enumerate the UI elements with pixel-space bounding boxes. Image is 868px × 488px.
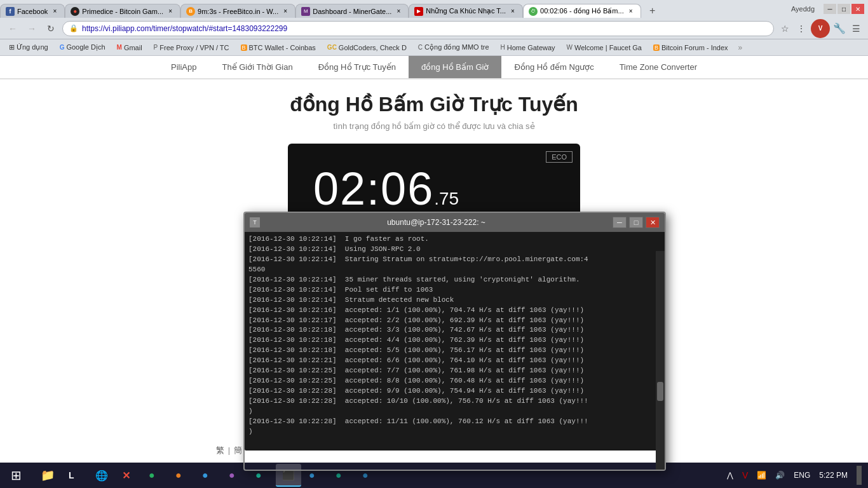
start-button[interactable]: ⊞ [0,463,32,488]
l-app-icon: L [69,470,74,480]
tab-close-facebook[interactable]: × [50,7,59,16]
tray-volume[interactable]: 🔊 [773,470,787,481]
bookmark-goldcoders[interactable]: GC GoldCoders, Check D [323,43,410,53]
tab-primedice[interactable]: ● Primedice - Bitcoin Gam... × [65,4,180,18]
system-clock[interactable]: 5:22 PM [817,470,850,481]
terminal-maximize-button[interactable]: □ [629,217,643,228]
minimize-button[interactable]: ─ [824,4,836,14]
url-bar[interactable]: 🔒 https://vi.piliapp.com/timer/stopwatch… [62,21,774,36]
terminal-scrollbar[interactable] [656,251,665,470]
volume-icon: 🔊 [775,471,785,480]
bookmark-apps[interactable]: ⊞ Ứng dụng [5,42,52,53]
system-tray: ⋀ V 📶 🔊 ENG 5:22 PM [718,466,868,485]
bookmark-faucet[interactable]: W Welcome | Faucet Ga [563,43,646,53]
taskbar-x-app[interactable]: ✕ [116,464,141,487]
terminal-content-area: [2016-12-30 10:22:14] I go faster as roo… [245,232,665,470]
scrollbar-track [657,251,663,470]
nav-piliapp[interactable]: PiliApp [158,56,209,78]
page-subtitle: tình trạng đồng hồ bấm giờ có thể được l… [0,121,868,131]
nav-dong-ho-truc-tuyen[interactable]: Đồng Hồ Trực Tuyến [306,56,409,78]
terminal-body[interactable]: [2016-12-30 10:22:14] I go faster as roo… [245,232,665,451]
tab-minergate[interactable]: M Dashboard - MinerGate... × [295,4,409,18]
tray-chevron[interactable]: ⋀ [724,470,736,481]
show-desktop-button[interactable] [857,466,862,485]
taskbar-circle3[interactable]: ● [196,464,221,487]
tab-title-timer: 00:02:06 - đồng Hồ Bấm... [540,7,624,15]
terminal-line: ) [248,407,661,417]
primedice-favicon: ● [71,7,79,16]
terminal-line: [2016-12-30 10:22:14] 35 miner threads s… [248,275,661,285]
bitcoin-favicon: B [186,7,195,16]
taskbar-browser[interactable]: 🌐 [89,464,114,487]
bookmark-bitcoin-forum[interactable]: B Bitcoin Forum - Index [649,43,732,53]
tab-facebook[interactable]: f Facebook × [0,4,65,18]
taskbar-l-app[interactable]: L [62,464,88,487]
nav-dong-ho-bam-gio[interactable]: đồng Hồ Bấm Giờ [409,56,501,78]
taskbar-circle1[interactable]: ● [142,464,168,487]
network-icon: 📶 [757,471,766,480]
tab-youtube[interactable]: ▶ Những Ca Khúc Nhạc T... × [409,4,523,18]
timer-favicon: ⏱ [529,7,538,16]
btcforum-icon: B [653,44,660,51]
forward-button[interactable]: → [24,21,39,36]
eco-badge: ECO [546,151,573,163]
user-avatar[interactable]: V [811,19,830,38]
settings-icon[interactable]: ⋮ [794,22,808,36]
terminal-line: [2016-12-30 10:22:28] accepted: 11/11 (1… [248,417,661,427]
chinese-trad[interactable]: 繁 [216,445,224,455]
reload-button[interactable]: ↻ [43,21,58,36]
tab-close-minergate[interactable]: × [394,7,403,16]
tab-close-primedice[interactable]: × [166,7,175,16]
tray-network[interactable]: 📶 [754,470,769,481]
terminal-window: T ubuntu@ip-172-31-23-222: ~ ─ □ ✕ [2016… [243,212,666,471]
tab-title-minergate: Dashboard - MinerGate... [313,8,391,15]
taskbar-circle2[interactable]: ● [169,464,194,487]
tab-freebitcoin[interactable]: B 9m:3s - FreeBitco.in - W... × [180,4,295,18]
chrome-menu-icon[interactable]: ☰ [849,22,863,36]
terminal-app-icon: T [250,217,260,227]
nav-the-gioi[interactable]: Thế Giới Thời Gian [209,56,305,78]
tab-close-timer[interactable]: × [627,7,635,16]
bookmark-star-icon[interactable]: ☆ [778,22,792,36]
bookmarks-more-icon[interactable]: » [738,43,743,52]
bookmark-proxy[interactable]: P Free Proxy / VPN / TC [150,43,233,53]
tabs-container: f Facebook × ● Primedice - Bitcoin Gam..… [0,0,786,18]
scrollbar-thumb[interactable] [657,382,663,401]
terminal-minimize-button[interactable]: ─ [613,217,627,228]
terminal-line: [2016-12-30 10:22:18] accepted: 3/3 (100… [248,325,661,336]
language-badge[interactable]: ENG [791,470,813,481]
circle4-icon: ● [229,470,235,481]
bookmark-btc-wallet[interactable]: B BTC Wallet - Coinbas [237,43,320,53]
circle5-icon: ● [255,470,262,481]
tab-close-youtube[interactable]: × [508,7,517,16]
bookmark-cong-dong[interactable]: C Cộng đồng MMO tre [414,42,493,53]
tab-title-freebitcoin: 9m:3s - FreeBitco.in - W... [198,8,278,15]
bookmark-home-gateway[interactable]: H Home Gateway [497,43,559,53]
bookmark-gmail[interactable]: M Gmail [113,43,146,53]
url-text: https://vi.piliapp.com/timer/stopwatch/#… [82,24,767,33]
nav-time-zone[interactable]: Time Zone Converter [607,56,710,78]
btc-icon: B [241,44,247,51]
new-tab-button[interactable]: + [644,4,661,18]
lock-icon: 🔒 [69,24,78,32]
gmail-icon: M [117,44,122,51]
extensions-icon[interactable]: 🔧 [832,22,846,36]
tab-timer[interactable]: ⏱ 00:02:06 - đồng Hồ Bấm... × [523,4,641,18]
tray-virus[interactable]: V [740,469,750,482]
terminal-close-button[interactable]: ✕ [646,217,660,228]
minergate-favicon: M [301,7,310,16]
bookmark-google-dich[interactable]: G Google Dịch [56,42,109,53]
terminal-title: ubuntu@ip-172-31-23-222: ~ [264,218,609,227]
close-button[interactable]: ✕ [851,4,864,14]
terminal-line: [2016-12-30 10:22:14] Using JSON-RPC 2.0 [248,245,661,255]
chinese-simp[interactable]: 簡 [234,445,242,455]
back-button[interactable]: ← [5,21,20,36]
tab-close-freebitcoin[interactable]: × [281,7,290,16]
facebook-favicon: f [6,7,15,16]
browser-chrome: f Facebook × ● Primedice - Bitcoin Gam..… [0,0,868,56]
nav-dong-ho-dem-nguoc[interactable]: Đồng Hồ đếm Ngược [501,56,606,78]
chinese-lang-toggle: 繁 | 簡 [216,445,242,456]
taskbar-file-explorer[interactable]: 📁 [34,464,61,487]
terminal-line: [2016-12-30 10:22:28] accepted: 9/9 (100… [248,386,661,396]
maximize-button[interactable]: □ [837,4,850,14]
